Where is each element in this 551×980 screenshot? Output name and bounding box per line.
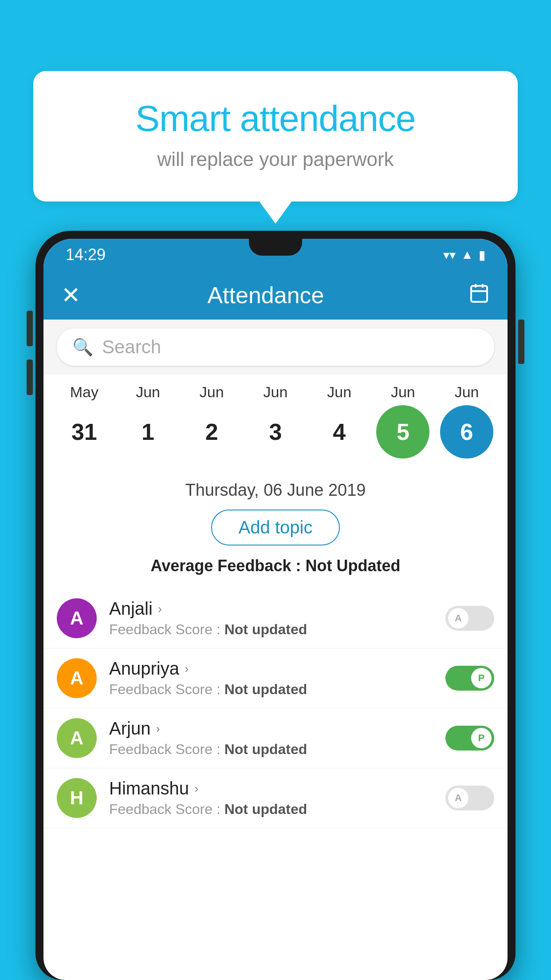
student-info: Anjali › Feedback Score : Not updated <box>109 599 433 638</box>
month-0: May <box>58 383 111 401</box>
list-item: A Arjun › Feedback Score : Not updated P <box>43 708 508 768</box>
phone-notch <box>249 239 302 256</box>
list-item: A Anjali › Feedback Score : Not updated … <box>43 589 508 648</box>
feedback-score: Feedback Score : Not updated <box>109 741 433 758</box>
toggle-off[interactable]: A <box>445 606 494 631</box>
cal-date-1[interactable]: 1 <box>122 405 175 458</box>
calendar-button[interactable] <box>468 282 490 308</box>
toggle-knob: A <box>448 608 468 628</box>
wifi-icon: ▾▾ <box>443 248 456 262</box>
calendar-months: May Jun Jun Jun Jun Jun Jun <box>43 383 508 401</box>
toggle-knob: P <box>471 728 492 748</box>
svg-rect-0 <box>471 286 487 302</box>
student-name[interactable]: Anupriya › <box>109 659 433 679</box>
calendar-row: May Jun Jun Jun Jun Jun Jun 31 1 2 3 4 5… <box>43 375 508 472</box>
month-4: Jun <box>313 383 366 401</box>
cal-date-2[interactable]: 2 <box>185 405 238 458</box>
side-vol-right <box>518 320 524 364</box>
student-info: Himanshu › Feedback Score : Not updated <box>109 778 433 818</box>
student-name[interactable]: Himanshu › <box>109 778 433 798</box>
feedback-score: Feedback Score : Not updated <box>109 801 433 818</box>
cal-date-3[interactable]: 3 <box>249 405 302 458</box>
average-feedback: Average Feedback : Not Updated <box>57 557 494 575</box>
avatar: A <box>57 718 97 758</box>
signal-icon: ▲ <box>461 248 473 262</box>
month-1: Jun <box>122 383 175 401</box>
toggle-on[interactable]: P <box>445 666 494 691</box>
toggle-off[interactable]: A <box>445 786 494 810</box>
attendance-toggle[interactable]: A <box>445 606 494 631</box>
feedback-score: Feedback Score : Not updated <box>109 681 433 698</box>
list-item: H Himanshu › Feedback Score : Not update… <box>43 768 508 828</box>
student-info: Arjun › Feedback Score : Not updated <box>109 719 433 758</box>
student-list: A Anjali › Feedback Score : Not updated … <box>43 589 508 828</box>
avatar: A <box>57 658 97 698</box>
cal-date-5[interactable]: 5 <box>376 405 429 458</box>
feedback-label-text: Average Feedback : <box>151 557 306 575</box>
battery-icon: ▮ <box>479 248 485 262</box>
side-vol-left-top <box>27 311 33 346</box>
status-time: 14:29 <box>66 245 106 264</box>
month-2: Jun <box>185 383 238 401</box>
chevron-right-icon: › <box>158 602 162 616</box>
student-info: Anupriya › Feedback Score : Not updated <box>109 659 433 698</box>
phone-frame: 14:29 ▾▾ ▲ ▮ ✕ Attendance � <box>35 231 516 980</box>
phone-screen: 14:29 ▾▾ ▲ ▮ ✕ Attendance � <box>43 239 508 980</box>
list-item: A Anupriya › Feedback Score : Not update… <box>43 648 508 708</box>
student-name[interactable]: Arjun › <box>109 719 433 739</box>
toggle-knob: A <box>448 788 468 808</box>
search-bar-container: 🔍 Search <box>43 320 508 375</box>
calendar-dates: 31 1 2 3 4 5 6 <box>43 405 508 458</box>
bubble-subtitle: will replace your paperwork <box>69 148 482 170</box>
cal-date-6[interactable]: 6 <box>440 405 493 458</box>
app-bar: ✕ Attendance <box>43 271 508 320</box>
search-icon: 🔍 <box>72 337 93 357</box>
chevron-right-icon: › <box>185 662 189 676</box>
app-bar-title: Attendance <box>63 282 468 308</box>
cal-date-0[interactable]: 31 <box>58 405 111 458</box>
month-5: Jun <box>376 383 429 401</box>
toggle-knob: P <box>471 668 492 688</box>
month-3: Jun <box>249 383 302 401</box>
feedback-value: Not Updated <box>305 557 400 575</box>
selected-date-label: Thursday, 06 June 2019 <box>57 481 494 500</box>
content-area: Thursday, 06 June 2019 Add topic Average… <box>43 472 508 575</box>
speech-bubble: Smart attendance will replace your paper… <box>33 71 518 202</box>
attendance-toggle[interactable]: P <box>445 666 494 691</box>
avatar: A <box>57 598 97 638</box>
add-topic-button[interactable]: Add topic <box>211 510 340 545</box>
search-input-wrap[interactable]: 🔍 Search <box>57 328 494 366</box>
cal-date-4[interactable]: 4 <box>313 405 366 458</box>
side-vol-left-bottom <box>27 360 33 395</box>
status-icons: ▾▾ ▲ ▮ <box>443 248 485 262</box>
toggle-on[interactable]: P <box>445 726 494 751</box>
attendance-toggle[interactable]: P <box>445 726 494 751</box>
feedback-score: Feedback Score : Not updated <box>109 621 433 638</box>
avatar: H <box>57 778 97 818</box>
attendance-toggle[interactable]: A <box>445 786 494 810</box>
bubble-title: Smart attendance <box>69 98 482 139</box>
month-6: Jun <box>440 383 493 401</box>
chevron-right-icon: › <box>194 782 198 796</box>
student-name[interactable]: Anjali › <box>109 599 433 619</box>
search-input[interactable]: Search <box>102 336 161 358</box>
chevron-right-icon: › <box>156 722 160 736</box>
